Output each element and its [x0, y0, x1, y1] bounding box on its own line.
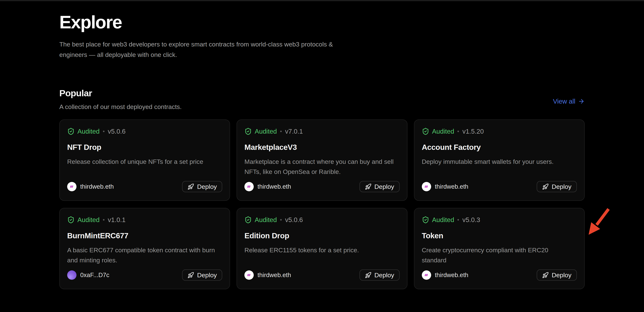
contract-card-nft-drop[interactable]: Audited v5.0.6 NFT Drop Release collecti… — [59, 120, 230, 201]
publisher-name: thirdweb.eth — [80, 183, 114, 190]
contract-description: Deploy immutable smart wallets for your … — [422, 156, 577, 167]
contract-name: Account Factory — [422, 143, 577, 152]
audited-badge: Audited — [244, 128, 277, 135]
thirdweb-logo-icon — [246, 184, 252, 190]
popular-section: Popular A collection of our most deploye… — [59, 88, 585, 289]
publisher[interactable]: thirdweb.eth — [422, 182, 468, 191]
view-all-label: View all — [553, 98, 575, 105]
thirdweb-avatar — [244, 270, 254, 280]
contract-card-burnminterc677[interactable]: Audited v1.0.1 BurnMintERC677 A basic ER… — [59, 208, 230, 289]
deploy-button[interactable]: Deploy — [182, 181, 222, 192]
publisher[interactable]: thirdweb.eth — [422, 270, 468, 280]
arrow-right-icon — [578, 98, 585, 105]
version-label: v7.0.1 — [285, 128, 303, 135]
deploy-button[interactable]: Deploy — [537, 270, 577, 281]
card-footer: thirdweb.eth Deploy — [422, 181, 577, 192]
rocket-icon — [365, 272, 372, 278]
thirdweb-logo-icon — [424, 184, 430, 190]
contract-name: Edition Drop — [244, 232, 400, 240]
badge-row: Audited v5.0.6 — [244, 216, 400, 224]
shield-check-icon — [422, 216, 429, 224]
contract-name: NFT Drop — [67, 143, 222, 152]
deploy-label: Deploy — [374, 183, 394, 190]
shield-check-icon — [244, 128, 252, 135]
contract-description: Create cryptocurrency compliant with ERC… — [422, 245, 577, 265]
shield-check-icon — [67, 216, 74, 224]
popular-subheading: A collection of our most deployed contra… — [59, 103, 585, 110]
audited-badge: Audited — [422, 216, 454, 224]
contracts-grid: Audited v5.0.6 NFT Drop Release collecti… — [59, 120, 585, 289]
publisher-name: thirdweb.eth — [435, 272, 468, 278]
card-footer: thirdweb.eth Deploy — [67, 181, 222, 192]
publisher[interactable]: 0xaF...D7c — [67, 270, 109, 280]
popular-heading: Popular — [59, 88, 585, 98]
thirdweb-avatar — [244, 182, 254, 191]
dot-separator — [458, 219, 459, 220]
version-label: v5.0.6 — [285, 216, 303, 224]
badge-row: Audited v1.5.20 — [422, 128, 577, 135]
contract-card-token[interactable]: Audited v5.0.3 Token Create cryptocurren… — [414, 208, 585, 289]
popular-section-header: Popular A collection of our most deploye… — [59, 88, 585, 110]
shield-check-icon — [244, 216, 252, 224]
badge-row: Audited v1.0.1 — [67, 216, 222, 224]
badge-row: Audited v5.0.3 — [422, 216, 577, 224]
contract-card-marketplacev3[interactable]: Audited v7.0.1 MarketplaceV3 Marketplace… — [236, 120, 407, 201]
contract-description: A basic ERC677 compatible token contract… — [67, 245, 222, 265]
thirdweb-logo-icon — [69, 184, 75, 190]
contract-card-account-factory[interactable]: Audited v1.5.20 Account Factory Deploy i… — [414, 120, 585, 201]
deploy-label: Deploy — [197, 272, 217, 279]
dot-separator — [103, 219, 104, 220]
card-footer: thirdweb.eth Deploy — [422, 270, 577, 281]
top-nav-edge — [0, 0, 644, 1]
card-footer: 0xaF...D7c Deploy — [67, 270, 222, 281]
deploy-button[interactable]: Deploy — [537, 181, 577, 192]
publisher[interactable]: thirdweb.eth — [67, 182, 114, 191]
contract-name: BurnMintERC677 — [67, 232, 222, 240]
view-all-link[interactable]: View all — [553, 98, 585, 105]
audited-badge: Audited — [244, 216, 277, 224]
version-label: v5.0.3 — [462, 216, 480, 224]
rocket-icon — [188, 184, 194, 190]
deploy-label: Deploy — [374, 272, 394, 279]
thirdweb-avatar — [422, 182, 431, 191]
audited-label: Audited — [78, 128, 100, 135]
deploy-label: Deploy — [197, 183, 217, 190]
shield-check-icon — [422, 128, 429, 135]
card-footer: thirdweb.eth Deploy — [244, 270, 400, 281]
deploy-button[interactable]: Deploy — [360, 270, 400, 281]
audited-badge: Audited — [67, 128, 100, 135]
page-subtitle: The best place for web3 developers to ex… — [59, 39, 345, 60]
publisher-name: thirdweb.eth — [435, 183, 468, 190]
deploy-button[interactable]: Deploy — [182, 270, 222, 281]
deploy-button[interactable]: Deploy — [360, 181, 400, 192]
thirdweb-logo-icon — [424, 272, 430, 278]
deploy-label: Deploy — [552, 183, 572, 190]
publisher-name: thirdweb.eth — [258, 272, 291, 278]
publisher[interactable]: thirdweb.eth — [244, 182, 291, 191]
audited-label: Audited — [432, 216, 454, 224]
page-title: Explore — [59, 12, 585, 33]
contract-card-edition-drop[interactable]: Audited v5.0.6 Edition Drop Release ERC1… — [236, 208, 407, 289]
audited-badge: Audited — [67, 216, 100, 224]
publisher-name: 0xaF...D7c — [80, 272, 109, 278]
dot-separator — [103, 130, 104, 132]
deploy-label: Deploy — [552, 272, 572, 279]
audited-label: Audited — [255, 128, 277, 135]
audited-label: Audited — [432, 128, 454, 135]
thirdweb-logo-icon — [246, 272, 252, 278]
rocket-icon — [542, 272, 549, 278]
publisher[interactable]: thirdweb.eth — [244, 270, 291, 280]
audited-label: Audited — [78, 216, 100, 224]
publisher-name: thirdweb.eth — [258, 183, 291, 190]
contract-name: MarketplaceV3 — [244, 143, 400, 152]
version-label: v5.0.6 — [108, 128, 126, 135]
version-label: v1.0.1 — [108, 216, 126, 224]
audited-badge: Audited — [422, 128, 454, 135]
address-avatar — [67, 270, 76, 280]
contract-description: Release ERC1155 tokens for a set price. — [244, 245, 400, 255]
rocket-icon — [365, 184, 372, 190]
audited-label: Audited — [255, 216, 277, 224]
contract-description: Release collection of unique NFTs for a … — [67, 156, 222, 167]
card-footer: thirdweb.eth Deploy — [244, 181, 400, 192]
badge-row: Audited v5.0.6 — [67, 128, 222, 135]
